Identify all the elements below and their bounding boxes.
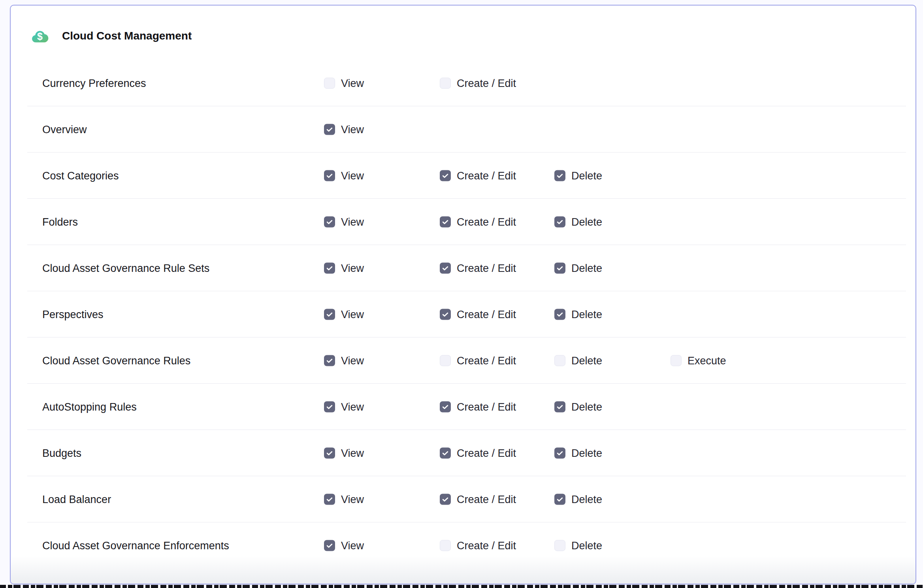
checkbox-checked-icon[interactable] (324, 448, 335, 459)
permission-label: Create / Edit (457, 308, 516, 320)
checkbox-unchecked[interactable] (440, 540, 451, 551)
permission-checkbox-group[interactable]: View (324, 262, 364, 274)
checkbox-checked-icon[interactable] (324, 355, 335, 366)
permission-label: Delete (571, 216, 602, 228)
checkbox-checked-icon[interactable] (554, 448, 565, 459)
checkbox-checked-icon[interactable] (440, 448, 451, 459)
permission-label: View (341, 170, 364, 182)
permission-checkbox-group[interactable]: Delete (554, 308, 602, 320)
permission-checkbox-group[interactable]: Delete (554, 170, 602, 182)
permissions-rows: Currency Preferences ViewCreate / Edit O… (11, 60, 915, 569)
checkbox-checked-icon[interactable] (324, 124, 335, 135)
permission-checkbox-group[interactable]: View (324, 123, 364, 136)
checkbox-unchecked[interactable] (440, 78, 451, 89)
resource-label: Load Balancer (42, 493, 111, 505)
checkbox-checked-icon[interactable] (554, 494, 565, 505)
checkbox-checked-icon[interactable] (324, 263, 335, 274)
clipped-content-strip (0, 585, 923, 588)
checkbox-checked-icon[interactable] (554, 401, 565, 413)
checkbox-checked-icon[interactable] (554, 170, 565, 181)
permission-checkbox-group[interactable]: Delete (554, 354, 602, 367)
permission-label: Create / Edit (457, 539, 516, 552)
table-row: Folders ViewCreate / EditDelete (11, 199, 915, 245)
permission-label: Create / Edit (457, 493, 516, 505)
permission-label: Create / Edit (457, 262, 516, 274)
checkbox-checked-icon[interactable] (324, 309, 335, 320)
checkbox-checked-icon[interactable] (440, 309, 451, 320)
checkbox-checked-icon[interactable] (324, 217, 335, 228)
permission-checkbox-group[interactable]: View (324, 401, 364, 413)
resource-label: Overview (42, 123, 87, 136)
permission-checkbox-group[interactable]: Delete (554, 401, 602, 413)
permission-label: Delete (571, 539, 602, 552)
cloud-dollar-icon: $ (30, 27, 50, 45)
permission-checkbox-group[interactable]: View (324, 170, 364, 182)
resource-label: Cost Categories (42, 170, 119, 182)
permission-label: Delete (571, 354, 602, 367)
permission-label: View (341, 354, 364, 367)
checkbox-checked-icon[interactable] (324, 494, 335, 505)
checkbox-unchecked[interactable] (440, 355, 451, 366)
permission-checkbox-group[interactable]: Delete (554, 493, 602, 505)
permission-checkbox-group[interactable]: Create / Edit (440, 401, 516, 413)
checkbox-checked-icon[interactable] (440, 401, 451, 413)
table-row: Cost Categories ViewCreate / EditDelete (11, 153, 915, 199)
checkbox-unchecked[interactable] (671, 355, 682, 366)
permission-label: View (341, 77, 364, 89)
checkbox-checked-icon[interactable] (440, 217, 451, 228)
module-permissions-card: $ Cloud Cost Management Currency Prefere… (10, 5, 916, 584)
table-row: Cloud Asset Governance Rules ViewCreate … (11, 337, 915, 384)
permission-checkbox-group[interactable]: View (324, 77, 364, 89)
permissions-page: $ Cloud Cost Management Currency Prefere… (0, 0, 923, 588)
checkbox-unchecked[interactable] (554, 355, 565, 366)
permission-checkbox-group[interactable]: Create / Edit (440, 308, 516, 320)
permission-checkbox-group[interactable]: Delete (554, 262, 602, 274)
checkbox-checked-icon[interactable] (440, 170, 451, 181)
permission-checkbox-group[interactable]: Delete (554, 447, 602, 459)
module-title: Cloud Cost Management (62, 28, 192, 44)
permission-label: View (341, 308, 364, 320)
permission-label: Delete (571, 401, 602, 413)
permission-checkbox-group[interactable]: View (324, 493, 364, 505)
permission-checkbox-group[interactable]: View (324, 216, 364, 228)
permission-label: Delete (571, 493, 602, 505)
permission-checkbox-group[interactable]: Create / Edit (440, 493, 516, 505)
permission-checkbox-group[interactable]: Create / Edit (440, 216, 516, 228)
permission-label: Create / Edit (457, 354, 516, 367)
table-row: Load Balancer ViewCreate / EditDelete (11, 476, 915, 522)
permission-checkbox-group[interactable]: Execute (671, 354, 726, 367)
permission-checkbox-group[interactable]: Delete (554, 216, 602, 228)
permission-checkbox-group[interactable]: Create / Edit (440, 170, 516, 182)
module-header: $ Cloud Cost Management (11, 6, 915, 60)
checkbox-checked-icon[interactable] (554, 309, 565, 320)
permission-checkbox-group[interactable]: Create / Edit (440, 539, 516, 552)
permission-label: Delete (571, 262, 602, 274)
checkbox-checked-icon[interactable] (324, 401, 335, 413)
table-row: Perspectives ViewCreate / EditDelete (11, 291, 915, 337)
permission-checkbox-group[interactable]: Create / Edit (440, 77, 516, 89)
permission-checkbox-group[interactable]: View (324, 308, 364, 320)
checkbox-checked-icon[interactable] (324, 170, 335, 181)
checkbox-checked-icon[interactable] (440, 494, 451, 505)
checkbox-checked-icon[interactable] (554, 217, 565, 228)
resource-label: AutoStopping Rules (42, 401, 137, 413)
permission-label: Create / Edit (457, 216, 516, 228)
permission-checkbox-group[interactable]: Delete (554, 539, 602, 552)
checkbox-checked-icon[interactable] (440, 263, 451, 274)
permission-checkbox-group[interactable]: Create / Edit (440, 447, 516, 459)
permission-label: View (341, 262, 364, 274)
permission-checkbox-group[interactable]: Create / Edit (440, 262, 516, 274)
table-row: Cloud Asset Governance Rule Sets ViewCre… (11, 245, 915, 291)
permission-label: View (341, 539, 364, 552)
checkbox-unchecked[interactable] (554, 540, 565, 551)
checkbox-checked-icon[interactable] (324, 540, 335, 551)
permission-checkbox-group[interactable]: View (324, 354, 364, 367)
checkbox-checked-icon[interactable] (554, 263, 565, 274)
checkbox-unchecked[interactable] (324, 78, 335, 89)
resource-label: Cloud Asset Governance Rules (42, 354, 190, 367)
permission-checkbox-group[interactable]: View (324, 447, 364, 459)
resource-label: Budgets (42, 447, 81, 459)
permission-checkbox-group[interactable]: View (324, 539, 364, 552)
permission-label: Create / Edit (457, 447, 516, 459)
permission-checkbox-group[interactable]: Create / Edit (440, 354, 516, 367)
